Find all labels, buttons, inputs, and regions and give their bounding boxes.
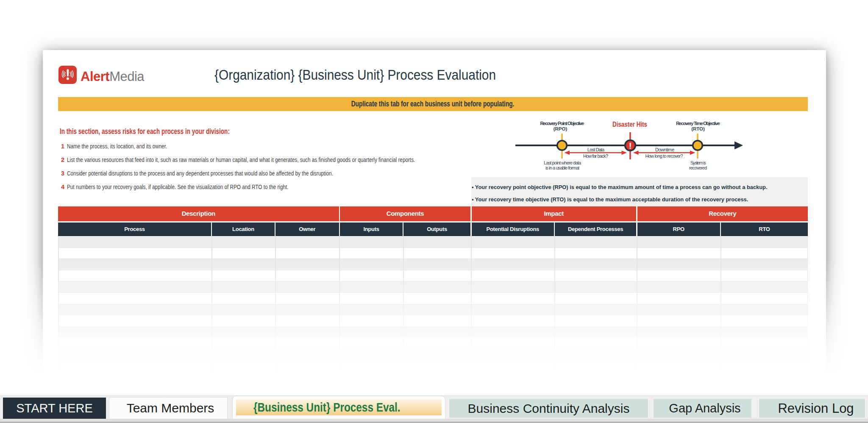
svg-text:(RPO): (RPO) <box>554 126 568 131</box>
svg-text:System is: System is <box>690 160 707 165</box>
svg-text:Last point where data: Last point where data <box>544 160 581 165</box>
svg-text:(RTO): (RTO) <box>691 126 705 131</box>
svg-text:Lost Data: Lost Data <box>587 147 605 152</box>
svg-text:Downtime: Downtime <box>655 147 674 152</box>
svg-text:!: ! <box>629 141 632 150</box>
svg-text:Recovery Point Objective: Recovery Point Objective <box>540 121 584 126</box>
svg-text:Disaster Hits: Disaster Hits <box>612 120 647 128</box>
svg-text:How long to recover?: How long to recover? <box>645 153 683 159</box>
svg-text:How far back?: How far back? <box>583 153 608 159</box>
svg-text:recovered: recovered <box>689 165 707 170</box>
svg-text:is in a usable format: is in a usable format <box>545 165 579 170</box>
svg-text:Recovery Time Objective: Recovery Time Objective <box>676 121 720 126</box>
